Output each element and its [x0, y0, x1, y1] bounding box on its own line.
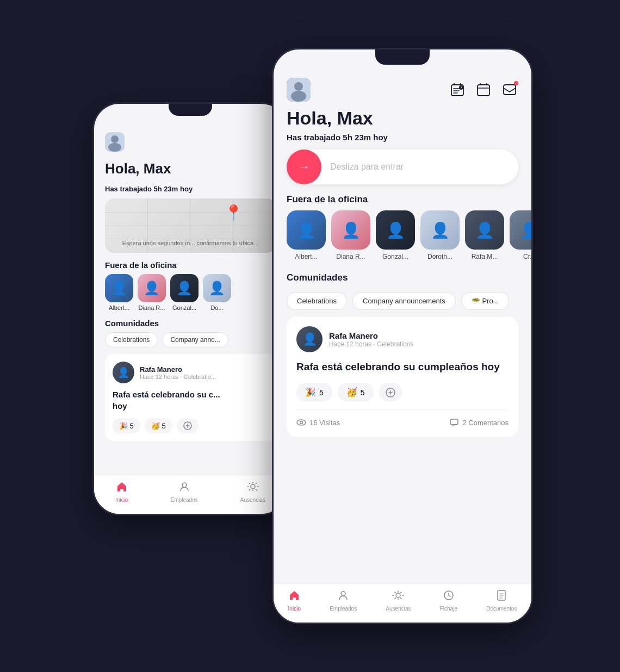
- front-chip-celebrations[interactable]: Celebrations: [287, 292, 347, 310]
- front-views-stat: 16 Visitas: [296, 418, 340, 427]
- notification-badge: [514, 81, 518, 85]
- svg-point-24: [396, 593, 400, 598]
- front-person-avatar-5: 👤: [465, 210, 504, 250]
- back-person-name-1: Albert...: [109, 304, 129, 311]
- front-nav-documentos-label: Documentos: [486, 606, 517, 612]
- back-chip-celebrations[interactable]: Celebrations: [105, 332, 158, 347]
- front-reaction-2[interactable]: 🥳 5: [338, 383, 374, 402]
- back-post-info: Hace 12 horas · Celebratio...: [140, 374, 216, 380]
- front-post-card: 👤 Rafa Manero Hace 12 horas · Celebratio…: [287, 316, 518, 437]
- back-nav-absences[interactable]: Ausencias: [240, 481, 265, 503]
- phones-container: Hola, Max Has trabajado 5h 23m hoy: [65, 37, 555, 635]
- back-chip-announcements[interactable]: Company anno...: [162, 332, 228, 347]
- front-post-avatar: 👤: [296, 326, 323, 352]
- back-post-header: 👤 Rafa Manero Hace 12 horas · Celebratio…: [113, 362, 268, 383]
- back-nav-absences-label: Ausencias: [240, 497, 265, 503]
- front-reaction-1[interactable]: 🎉 5: [296, 383, 332, 402]
- svg-point-11: [251, 484, 255, 489]
- front-timesheet-icon-btn[interactable]: [449, 81, 466, 98]
- front-nav-documentos[interactable]: Documentos: [486, 589, 517, 612]
- back-person-name-3: Gonzal...: [172, 304, 196, 311]
- back-reaction-2[interactable]: 🥳 5: [145, 418, 172, 433]
- back-post-author: Rafa Manero: [140, 365, 216, 374]
- front-calendar-icon-btn[interactable]: [475, 81, 492, 98]
- front-person-name-4: Doroth...: [427, 253, 452, 260]
- back-user-avatar[interactable]: [105, 132, 125, 152]
- back-communities-row: Celebrations Company anno...: [105, 332, 276, 347]
- front-nav-employees[interactable]: Empleados: [330, 589, 357, 612]
- front-communities-title: Comunidades: [274, 270, 531, 289]
- back-people-row: 👤 Albert... 👤 Diana R... �: [105, 274, 276, 311]
- back-bottom-nav: Inicio Empleados: [94, 475, 287, 514]
- map-pin-icon: 📍: [224, 204, 243, 222]
- back-worked: Has trabajado 5h 23m hoy: [105, 185, 276, 193]
- svg-rect-26: [498, 590, 505, 600]
- back-nav-home-label: Inicio: [115, 497, 128, 503]
- back-employees-icon: [178, 481, 190, 495]
- svg-point-2: [108, 143, 121, 152]
- front-notification-icon-btn[interactable]: [501, 81, 518, 98]
- front-chip-announcements[interactable]: Company announcements: [352, 292, 456, 310]
- svg-rect-17: [478, 85, 489, 96]
- back-greeting: Hola, Max: [105, 160, 276, 177]
- back-post-card: 👤 Rafa Manero Hace 12 horas · Celebratio…: [105, 354, 276, 441]
- front-person-6[interactable]: 👤 Cr...: [510, 210, 531, 260]
- front-person-5[interactable]: 👤 Rafa M...: [465, 210, 504, 260]
- front-nav-home[interactable]: Inicio: [288, 589, 301, 612]
- front-chip-pro[interactable]: 🥗 Pro...: [461, 292, 510, 310]
- front-out-office-title: Fuera de la oficina: [274, 192, 531, 210]
- front-bottom-nav: Inicio Empleados: [274, 583, 531, 623]
- svg-point-10: [182, 483, 187, 487]
- back-out-office-title: Fuera de la oficina: [105, 260, 276, 270]
- svg-rect-18: [504, 85, 516, 95]
- front-person-name-2: Diana R...: [336, 253, 365, 260]
- front-greeting: Hola, Max: [274, 102, 531, 128]
- back-person-1[interactable]: 👤 Albert...: [105, 274, 133, 311]
- front-reactions-row: 🎉 5 🥳 5: [296, 383, 509, 402]
- front-header-icons: [449, 81, 518, 98]
- front-post-meta: Rafa Manero Hace 12 horas · Celebrations: [329, 331, 413, 348]
- back-person-avatar-2: 👤: [138, 274, 166, 302]
- front-fichaje-icon: [443, 589, 455, 604]
- front-stats-row: 16 Visitas 2 Comentarios: [296, 409, 509, 427]
- back-map-text: Espera unos segundos m... confirmamos tu…: [111, 240, 270, 246]
- back-add-reaction[interactable]: [177, 418, 199, 433]
- front-add-reaction-btn[interactable]: [379, 383, 402, 402]
- slide-enter-container: → Desliza para entrar: [287, 150, 518, 184]
- svg-point-21: [300, 421, 303, 424]
- front-views-count: 16 Visitas: [309, 419, 340, 427]
- front-nav-absences-label: Ausencias: [386, 606, 411, 612]
- svg-point-23: [341, 592, 345, 596]
- front-phone: Hola, Max Has trabajado 5h 23m hoy → Des…: [272, 48, 533, 624]
- svg-rect-22: [450, 419, 458, 425]
- front-person-avatar-4: 👤: [420, 210, 460, 250]
- front-user-avatar[interactable]: [287, 78, 311, 102]
- back-nav-employees[interactable]: Empleados: [171, 481, 198, 503]
- front-nav-employees-label: Empleados: [330, 606, 357, 612]
- front-person-4[interactable]: 👤 Doroth...: [420, 210, 460, 260]
- back-phone: Hola, Max Has trabajado 5h 23m hoy: [92, 102, 288, 515]
- front-nav-fichaje-label: Fichaje: [440, 606, 457, 612]
- front-comments-stat: 2 Comentarios: [449, 418, 509, 427]
- front-employees-icon: [337, 589, 349, 604]
- back-nav-home[interactable]: Inicio: [115, 481, 128, 503]
- back-person-3[interactable]: 👤 Gonzal...: [170, 274, 199, 311]
- front-person-3[interactable]: 👤 Gonzal...: [376, 210, 415, 260]
- back-person-2[interactable]: 👤 Diana R...: [138, 274, 166, 311]
- front-nav-fichaje[interactable]: Fichaje: [440, 589, 457, 612]
- back-phone-notch: [169, 104, 212, 116]
- back-person-avatar-3: 👤: [170, 274, 199, 302]
- front-communities-row: Celebrations Company announcements 🥗 Pro…: [274, 292, 531, 310]
- front-nav-absences[interactable]: Ausencias: [386, 589, 411, 612]
- front-reaction-emoji-1: 🎉: [305, 387, 316, 397]
- back-post-meta: Rafa Manero Hace 12 horas · Celebratio..…: [140, 365, 216, 380]
- front-person-avatar-1: 👤: [287, 210, 326, 250]
- back-reaction-1[interactable]: 🎉 5: [113, 418, 140, 433]
- back-person-name-4: Do...: [210, 304, 223, 311]
- slide-button[interactable]: →: [287, 150, 321, 184]
- back-communities-title: Comunidades: [105, 319, 276, 328]
- front-person-avatar-6: 👤: [510, 210, 531, 250]
- back-person-4[interactable]: 👤 Do...: [203, 274, 231, 311]
- front-person-1[interactable]: 👤 Albert...: [287, 210, 326, 260]
- front-person-2[interactable]: 👤 Diana R...: [331, 210, 370, 260]
